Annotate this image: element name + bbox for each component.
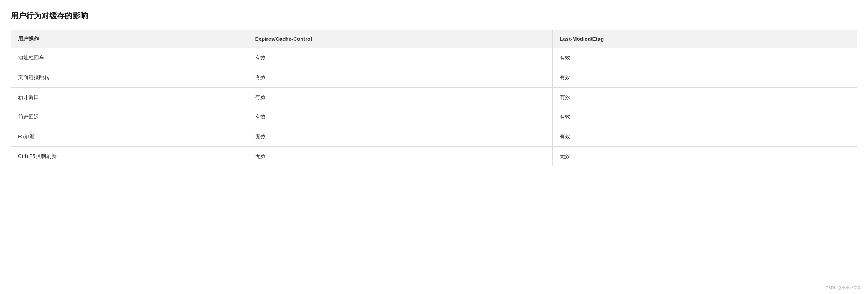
table-header: 用户操作 Expires/Cache-Control Last-Modied/E… bbox=[11, 30, 857, 48]
table-row: F5刷新无效有效 bbox=[11, 127, 857, 147]
header-operation: 用户操作 bbox=[11, 30, 248, 48]
cell-operation: Ctrl+F5强制刷新 bbox=[11, 147, 248, 166]
cell-lastmod: 有效 bbox=[553, 107, 857, 127]
cell-lastmod: 有效 bbox=[553, 127, 857, 147]
header-expires: Expires/Cache-Control bbox=[248, 30, 552, 48]
cell-operation: F5刷新 bbox=[11, 127, 248, 147]
cell-expires: 有效 bbox=[248, 68, 552, 88]
cell-expires: 有效 bbox=[248, 107, 552, 127]
page-title: 用户行为对缓存的影响 bbox=[11, 11, 857, 21]
cell-operation: 前进回退 bbox=[11, 107, 248, 127]
cell-expires: 有效 bbox=[248, 48, 552, 68]
table-row: 地址栏回车有效有效 bbox=[11, 48, 857, 68]
header-row: 用户操作 Expires/Cache-Control Last-Modied/E… bbox=[11, 30, 857, 48]
cache-table: 用户操作 Expires/Cache-Control Last-Modied/E… bbox=[11, 30, 857, 166]
cell-lastmod: 无效 bbox=[553, 147, 857, 166]
cell-expires: 无效 bbox=[248, 127, 552, 147]
cell-lastmod: 有效 bbox=[553, 68, 857, 88]
cell-expires: 有效 bbox=[248, 88, 552, 107]
table-row: 页面链接跳转有效有效 bbox=[11, 68, 857, 88]
cell-operation: 页面链接跳转 bbox=[11, 68, 248, 88]
table-row: Ctrl+F5强制刷新无效无效 bbox=[11, 147, 857, 166]
cell-expires: 无效 bbox=[248, 147, 552, 166]
cell-operation: 新开窗口 bbox=[11, 88, 248, 107]
cell-lastmod: 有效 bbox=[553, 88, 857, 107]
cache-table-wrapper: 用户操作 Expires/Cache-Control Last-Modied/E… bbox=[11, 30, 857, 166]
cell-operation: 地址栏回车 bbox=[11, 48, 248, 68]
header-lastmod: Last-Modied/Etag bbox=[553, 30, 857, 48]
table-row: 新开窗口有效有效 bbox=[11, 88, 857, 107]
cell-lastmod: 有效 bbox=[553, 48, 857, 68]
table-row: 前进回退有效有效 bbox=[11, 107, 857, 127]
table-body: 地址栏回车有效有效页面链接跳转有效有效新开窗口有效有效前进回退有效有效F5刷新无… bbox=[11, 48, 857, 166]
